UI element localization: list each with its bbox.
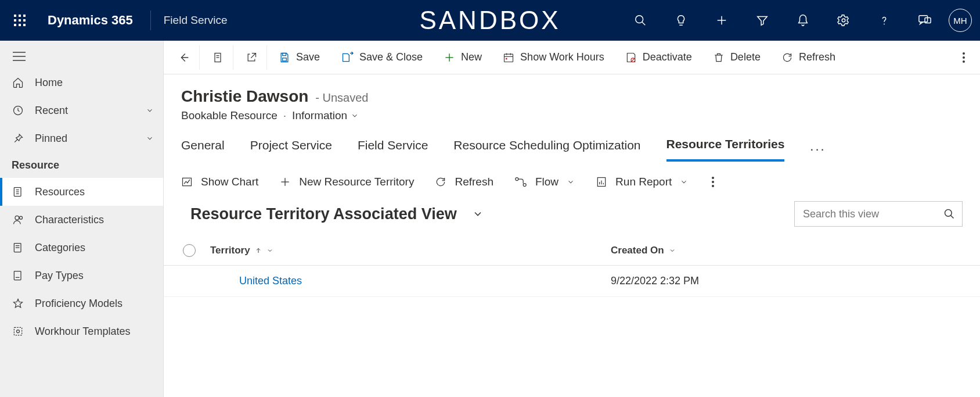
svg-rect-2 (23, 15, 26, 17)
col-territory-header[interactable]: Territory (204, 245, 611, 256)
select-all[interactable] (174, 244, 204, 257)
save-label: Save (296, 51, 320, 63)
sidebar-home-label: Home (35, 77, 63, 89)
quick-create-button[interactable] (705, 6, 738, 34)
open-record-set-button[interactable] (202, 45, 233, 70)
filter-button[interactable] (745, 6, 779, 34)
tab-rso[interactable]: Resource Scheduling Optimization (453, 138, 640, 160)
svg-point-13 (842, 19, 845, 22)
help-button[interactable] (867, 6, 901, 34)
chevron-down-icon (266, 247, 273, 254)
delete-label: Delete (730, 51, 761, 63)
sidebar-group-resource: Resource (0, 152, 163, 178)
sidebar-item-workhour[interactable]: Workhour Templates (0, 317, 163, 345)
subgrid-refresh-label: Refresh (455, 176, 493, 188)
save-button[interactable]: Save (269, 45, 329, 70)
svg-rect-4 (19, 19, 21, 22)
work-hours-button[interactable]: Show Work Hours (493, 45, 614, 70)
sidebar-recent-label: Recent (35, 105, 68, 117)
tabs-overflow[interactable]: ··· (810, 142, 826, 157)
clock-icon (12, 105, 24, 116)
svg-point-63 (945, 210, 952, 217)
run-report-label: Run Report (615, 176, 672, 188)
tab-project-service[interactable]: Project Service (250, 138, 332, 160)
toolbar-overflow[interactable] (952, 52, 975, 63)
settings-button[interactable] (827, 6, 860, 34)
subgrid-refresh-button[interactable]: Refresh (435, 176, 493, 188)
new-territory-button[interactable]: New Resource Territory (279, 176, 414, 188)
new-button[interactable]: New (434, 45, 491, 70)
svg-rect-6 (14, 24, 16, 26)
assistant-button[interactable] (664, 6, 698, 34)
delete-button[interactable]: Delete (704, 45, 770, 70)
svg-rect-41 (505, 54, 513, 62)
flow-icon (514, 176, 527, 188)
svg-rect-15 (919, 16, 928, 22)
sidebar-item-characteristics[interactable]: Characteristics (0, 206, 163, 234)
search-icon (634, 14, 647, 27)
form-selector[interactable]: Information (292, 109, 359, 122)
sidebar-home[interactable]: Home (0, 69, 163, 96)
view-title-label: Resource Territory Associated View (190, 205, 457, 223)
teams-chat-button[interactable] (908, 6, 942, 34)
work-hours-label: Show Work Hours (520, 51, 604, 63)
svg-rect-32 (14, 327, 21, 335)
sidebar-item-proficiency[interactable]: Proficiency Models (0, 289, 163, 317)
popout-icon (246, 52, 257, 63)
cell-territory: United States (204, 275, 611, 287)
user-avatar[interactable]: MH (949, 9, 972, 32)
sidebar-toggle[interactable] (0, 44, 163, 69)
show-chart-button[interactable]: Show Chart (181, 176, 258, 188)
sidebar-item-pay-types[interactable]: Pay Types (0, 262, 163, 289)
svg-point-9 (636, 16, 643, 23)
svg-rect-7 (19, 24, 21, 26)
notifications-button[interactable] (786, 6, 820, 34)
view-selector[interactable]: Resource Territory Associated View (190, 205, 484, 223)
svg-rect-5 (23, 19, 26, 22)
sidebar-item-categories[interactable]: Categories (0, 234, 163, 262)
deactivate-button[interactable]: Deactivate (616, 45, 701, 70)
svg-rect-38 (283, 58, 287, 60)
col-created-header[interactable]: Created On (611, 245, 963, 256)
show-chart-label: Show Chart (201, 176, 258, 188)
form-name: Information (292, 109, 347, 122)
lightbulb-icon (675, 14, 687, 27)
popout-button[interactable] (236, 45, 267, 70)
tab-field-service[interactable]: Field Service (358, 138, 428, 160)
svg-rect-0 (14, 15, 16, 17)
nav-divider (150, 10, 151, 30)
back-button[interactable] (168, 45, 200, 70)
app-area[interactable]: Field Service (164, 14, 228, 27)
save-close-button[interactable]: Save & Close (332, 45, 432, 70)
table-row[interactable]: United States 9/22/2022 2:32 PM (164, 266, 980, 297)
hamburger-icon (13, 52, 26, 61)
waffle-button[interactable] (8, 9, 31, 32)
search-input[interactable] (802, 208, 939, 221)
subgrid-overflow[interactable] (711, 176, 715, 188)
record-set-icon (212, 51, 224, 64)
arrow-left-icon (178, 51, 190, 64)
sidebar-recent[interactable]: Recent (0, 96, 163, 124)
col-territory-label: Territory (210, 245, 250, 256)
template-icon (12, 326, 24, 337)
main-content: Save Save & Close New Show Work Hours (164, 41, 980, 397)
flow-button[interactable]: Flow (514, 176, 575, 188)
territory-link[interactable]: United States (239, 275, 302, 287)
app-name[interactable]: Dynamics 365 (48, 13, 133, 28)
run-report-button[interactable]: Run Report (596, 176, 688, 188)
chevron-down-icon (669, 247, 676, 254)
view-header-row: Resource Territory Associated View (164, 188, 980, 227)
tab-general[interactable]: General (181, 138, 225, 160)
tab-resource-territories[interactable]: Resource Territories (666, 137, 785, 162)
svg-rect-45 (506, 58, 507, 59)
refresh-button[interactable]: Refresh (772, 45, 845, 70)
sandbox-banner: SANDBOX (419, 6, 560, 35)
sidebar-item-resources[interactable]: Resources (0, 178, 163, 206)
breadcrumb-sep: · (283, 109, 286, 122)
view-search[interactable] (794, 201, 963, 227)
sidebar-pinned[interactable]: Pinned (0, 124, 163, 152)
new-territory-label: New Resource Territory (299, 176, 414, 188)
svg-point-54 (516, 178, 518, 181)
search-button[interactable] (624, 6, 657, 34)
vertical-dots-icon (711, 176, 715, 188)
